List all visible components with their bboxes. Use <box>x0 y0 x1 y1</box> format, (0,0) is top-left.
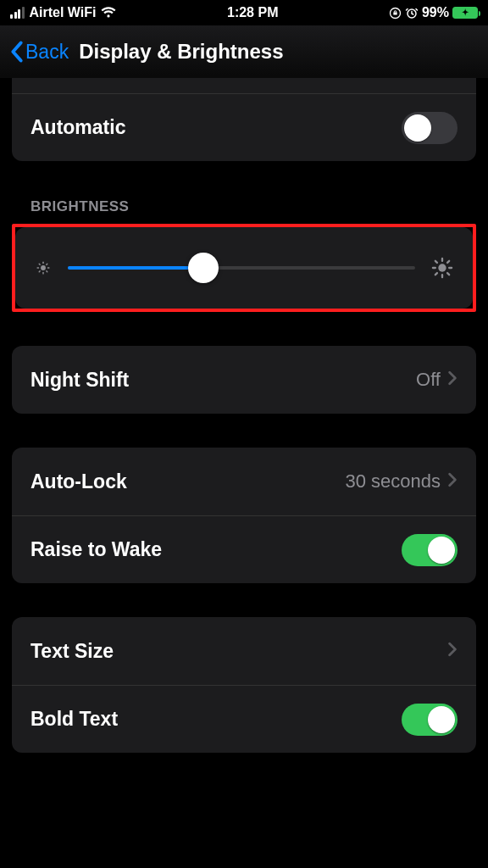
back-label: Back <box>25 41 69 64</box>
night-shift-label: Night Shift <box>30 369 129 392</box>
automatic-label: Automatic <box>30 116 125 139</box>
svg-line-8 <box>47 271 47 272</box>
navigation-bar: Back Display & Brightness <box>0 25 488 78</box>
svg-line-9 <box>39 271 40 272</box>
text-size-label: Text Size <box>30 640 114 663</box>
brightness-slider[interactable] <box>68 254 415 281</box>
chevron-right-icon <box>447 642 458 660</box>
brightness-low-icon <box>34 259 53 277</box>
night-shift-group: Night Shift Off <box>12 346 476 414</box>
bold-text-row[interactable]: Bold Text <box>12 685 476 753</box>
bold-text-toggle[interactable] <box>402 704 458 736</box>
auto-lock-label: Auto-Lock <box>30 470 127 493</box>
bold-text-label: Bold Text <box>30 708 118 731</box>
raise-to-wake-toggle[interactable] <box>402 534 458 566</box>
chevron-right-icon <box>447 472 458 491</box>
chevron-left-icon <box>8 40 25 64</box>
automatic-row[interactable]: Automatic <box>12 93 476 161</box>
cellular-signal-icon <box>10 7 25 19</box>
back-button[interactable]: Back <box>8 40 69 64</box>
alarm-icon <box>405 6 419 19</box>
svg-line-18 <box>435 273 437 275</box>
battery-percent: 99% <box>422 5 449 20</box>
carrier-label: Airtel WiFi <box>30 5 97 20</box>
svg-line-17 <box>447 273 449 275</box>
night-shift-row[interactable]: Night Shift Off <box>12 346 476 414</box>
raise-to-wake-label: Raise to Wake <box>30 538 162 561</box>
page-title: Display & Brightness <box>69 40 480 64</box>
brightness-high-icon <box>430 256 454 280</box>
brightness-highlight <box>12 224 476 312</box>
svg-line-10 <box>47 264 47 264</box>
wifi-icon <box>101 7 116 19</box>
appearance-group: Automatic <box>12 78 476 161</box>
rotation-lock-icon <box>389 7 402 19</box>
lock-group: Auto-Lock 30 seconds Raise to Wake <box>12 448 476 583</box>
night-shift-value: Off <box>416 369 441 391</box>
svg-line-7 <box>39 264 40 264</box>
brightness-section-header: BRIGHTNESS <box>12 161 476 224</box>
raise-to-wake-row[interactable]: Raise to Wake <box>12 515 476 583</box>
svg-line-16 <box>435 261 437 263</box>
svg-line-19 <box>447 261 449 263</box>
clock: 1:28 PM <box>116 5 389 20</box>
text-size-row[interactable]: Text Size <box>12 617 476 685</box>
svg-point-11 <box>438 264 446 271</box>
text-group: Text Size Bold Text <box>12 617 476 753</box>
charging-icon: ✦ <box>462 8 469 17</box>
chevron-right-icon <box>447 370 458 389</box>
battery-icon: ✦ <box>452 7 478 19</box>
auto-lock-row[interactable]: Auto-Lock 30 seconds <box>12 448 476 515</box>
svg-point-2 <box>41 265 46 270</box>
brightness-panel <box>15 227 473 309</box>
automatic-toggle[interactable] <box>402 112 458 144</box>
status-bar: Airtel WiFi 1:28 PM 99% ✦ <box>0 0 488 25</box>
auto-lock-value: 30 seconds <box>345 470 441 492</box>
